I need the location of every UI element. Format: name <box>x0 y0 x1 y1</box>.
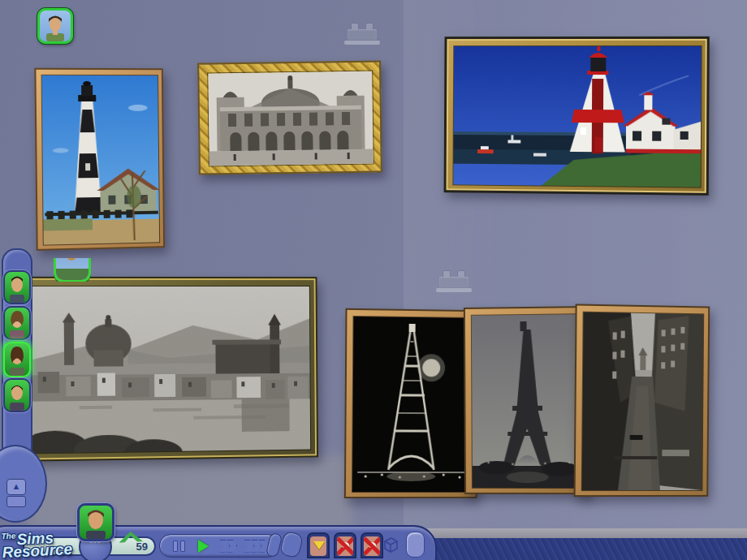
opera-engraving <box>207 71 374 167</box>
family-member-portrait-1[interactable] <box>3 270 31 304</box>
sim-face <box>40 11 71 41</box>
triptych-panel-eiffel-day[interactable] <box>464 306 590 494</box>
painting-red-cross-lighthouse[interactable] <box>444 37 710 196</box>
triptych-panel-canal-street[interactable] <box>574 304 710 497</box>
game-viewport: ▲ 59 … TheSims Resource <box>0 0 747 560</box>
triptych-panel-eiffel-night[interactable] <box>344 308 478 498</box>
logo-the: The <box>1 531 15 541</box>
sims-resource-logo: TheSims Resource <box>1 526 72 559</box>
yellow-triangle-icon <box>310 536 326 556</box>
red-x-icon <box>364 536 380 556</box>
family-member-portrait-4[interactable] <box>3 378 31 412</box>
wall-switch[interactable] <box>344 23 380 45</box>
logo-resource: Resource <box>2 542 72 560</box>
speed-controls <box>159 534 279 558</box>
family-member-portrait-2[interactable] <box>3 306 31 340</box>
funds-digits: 59 <box>136 541 148 553</box>
floating-sim-portrait[interactable] <box>54 258 91 282</box>
wall-switch[interactable] <box>436 270 472 293</box>
painting-opera-house[interactable] <box>197 60 382 174</box>
wall-lower-shadow <box>28 454 352 532</box>
portrait-scroll-up-button[interactable]: ▲ <box>6 479 26 495</box>
painting-striped-lighthouse[interactable] <box>34 68 165 251</box>
family-member-portrait-3-selected[interactable] <box>3 342 31 377</box>
portrait-scroll-down-button[interactable] <box>6 496 26 507</box>
florence-sketch <box>28 286 312 454</box>
selected-sim-portrait[interactable] <box>77 503 114 541</box>
panel-button-2[interactable] <box>334 532 356 558</box>
eiffel-day-photo <box>471 313 585 489</box>
panel-mode-buttons <box>307 532 383 558</box>
play-icon <box>198 540 209 553</box>
end-pill-button[interactable] <box>406 532 425 558</box>
play-button[interactable] <box>194 537 214 555</box>
box-cube-icon[interactable] <box>380 534 401 555</box>
sim-face <box>80 506 112 539</box>
red-x-icon <box>337 536 353 556</box>
eiffel-night-photo <box>352 316 473 493</box>
panel-button-motives[interactable] <box>307 532 330 558</box>
painting-florence-etching[interactable] <box>19 277 318 462</box>
lighthouse-photo <box>41 75 161 246</box>
canal-street-photo <box>581 312 705 491</box>
pause-button[interactable] <box>169 537 188 555</box>
fast-forward-button[interactable] <box>218 537 238 555</box>
lighthouse-seascape <box>452 45 702 188</box>
active-sim-portrait[interactable] <box>37 8 73 44</box>
ultra-speed-button[interactable] <box>244 537 270 555</box>
